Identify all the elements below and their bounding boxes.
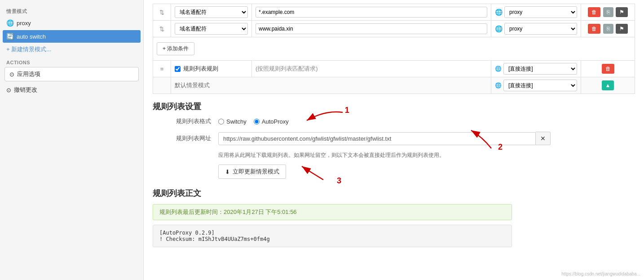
direct-icon-2: 🌐 <box>495 82 502 89</box>
delete-rule-btn-1[interactable]: 🗑 <box>588 7 600 17</box>
rule-list-row: ≡ 规则列表规则 (按照规则列表匹配请求) 🌐 [直接连接] <box>153 61 635 77</box>
sidebar-proxy-label: proxy <box>17 20 31 27</box>
url-clear-button[interactable]: ✕ <box>536 132 551 145</box>
watermark: https://blog.csdn.net/jiangwudidababa... <box>561 271 640 276</box>
sidebar-item-auto-switch[interactable]: 🔄 auto switch <box>3 30 141 43</box>
delete-rule-btn-2[interactable]: 🗑 <box>588 24 600 34</box>
code-line-2: ! Checksum: mIShJtvB4UUaZ7ms+0fm4g <box>159 236 505 242</box>
update-info-box: 规则列表最后更新时间：2020年1月27日 下午5:01:56 <box>153 204 512 220</box>
table-row: ⇅ 域名通配符 🌐 proxy <box>153 4 635 21</box>
arrow-1-svg <box>298 108 352 126</box>
help-text: 应用将从此网址下载规则列表。如果网址留空，则以下文本会被直接处理后作为规则列表使… <box>218 151 635 159</box>
proxy-globe-icon-1: 🌐 <box>495 9 503 16</box>
add-condition-row: + 添加条件 <box>153 37 635 61</box>
rule-list-proxy-select[interactable]: [直接连接] <box>503 63 577 75</box>
new-profile-link[interactable]: + 新建情景模式... <box>0 44 143 55</box>
copy-rule-btn-1[interactable]: ⎘ <box>603 7 613 17</box>
switchy-radio[interactable] <box>218 119 224 124</box>
rulelist-settings-title: 规则列表设置 <box>153 101 635 112</box>
table-row: ⇅ 域名通配符 🌐 proxy <box>153 21 635 37</box>
sidebar-section-label: 情景模式 <box>0 4 143 17</box>
switchy-option[interactable]: Switchy <box>218 118 247 125</box>
autoproxy-label: AutoProxy <box>262 118 289 125</box>
code-line-1: [AutoProxy 0.2.9] <box>159 230 505 236</box>
rule-proxy-select-1[interactable]: proxy <box>504 6 577 18</box>
rule-list-checkbox[interactable] <box>175 66 181 72</box>
format-label: 规则列表格式 <box>153 117 211 125</box>
format-row: 规则列表格式 Switchy AutoProxy <box>153 117 635 125</box>
sidebar-item-proxy[interactable]: 🌐 proxy <box>0 17 143 29</box>
format-radio-group: Switchy AutoProxy <box>218 118 289 125</box>
rule-type-select-1[interactable]: 域名通配符 <box>175 6 248 18</box>
direct-icon-1: 🌐 <box>495 66 502 72</box>
proxy-globe-icon-2: 🌐 <box>495 25 503 32</box>
url-row: 规则列表网址 ✕ <box>153 132 635 145</box>
flag-rule-btn-1[interactable]: ⚑ <box>616 7 628 17</box>
default-action-btn[interactable]: ▲ <box>602 80 614 90</box>
sidebar-auto-switch-label: auto switch <box>17 33 46 40</box>
rule-value-input-2[interactable] <box>256 23 487 34</box>
code-box: [AutoProxy 0.2.9] ! Checksum: mIShJtvB4U… <box>153 225 512 247</box>
settings-icon: ⊙ <box>9 71 14 78</box>
rule-value-input-1[interactable] <box>256 7 487 18</box>
main-content: ⇅ 域名通配符 🌐 proxy <box>144 0 644 280</box>
rule-type-select-2[interactable]: 域名通配符 <box>175 23 248 35</box>
globe-icon: 🌐 <box>6 19 14 27</box>
list-icon: ≡ <box>160 66 164 72</box>
default-proxy-select[interactable]: [直接连接] <box>503 80 577 91</box>
sidebar: 情景模式 🌐 proxy 🔄 auto switch + 新建情景模式... A… <box>0 0 144 280</box>
rules-table: ⇅ 域名通配符 🌐 proxy <box>153 4 635 94</box>
annotation-1: 1 <box>345 106 349 115</box>
rulelist-settings-section: 规则列表设置 规则列表格式 Switchy AutoProxy <box>153 101 635 179</box>
revert-icon: ⊙ <box>6 87 11 93</box>
add-condition-button[interactable]: + 添加条件 <box>157 42 194 55</box>
copy-rule-btn-2[interactable]: ⎘ <box>603 24 613 34</box>
autoproxy-option[interactable]: AutoProxy <box>254 118 289 125</box>
apply-options-button[interactable]: ⊙ 应用选项 <box>4 67 139 81</box>
actions-label: ACTIONS <box>0 55 143 67</box>
rule-proxy-select-2[interactable]: proxy <box>504 23 577 35</box>
switchy-label: Switchy <box>226 118 247 125</box>
download-icon: ⬇ <box>225 169 230 175</box>
url-label: 规则列表网址 <box>153 134 211 142</box>
sort-icon: ⇅ <box>159 9 164 16</box>
url-input-wrapper: ✕ <box>218 132 551 145</box>
default-mode-row: 默认情景模式 🌐 [直接连接] ▲ <box>153 77 635 94</box>
flag-rule-btn-2[interactable]: ⚑ <box>616 24 628 34</box>
revert-changes-link[interactable]: ⊙ 撤销更改 <box>0 84 143 96</box>
rulelist-body-title: 规则列表正文 <box>153 188 635 199</box>
update-btn-row: ⬇ 立即更新情景模式 <box>153 164 635 179</box>
sort-icon-2: ⇅ <box>159 26 164 32</box>
url-input[interactable] <box>218 132 536 145</box>
delete-rule-list-btn[interactable]: 🗑 <box>602 64 614 74</box>
rulelist-body-section: 规则列表正文 规则列表最后更新时间：2020年1月27日 下午5:01:56 [… <box>153 188 635 247</box>
update-profile-button[interactable]: ⬇ 立即更新情景模式 <box>218 164 286 179</box>
switch-icon: 🔄 <box>6 33 14 40</box>
autoproxy-radio[interactable] <box>254 119 260 124</box>
